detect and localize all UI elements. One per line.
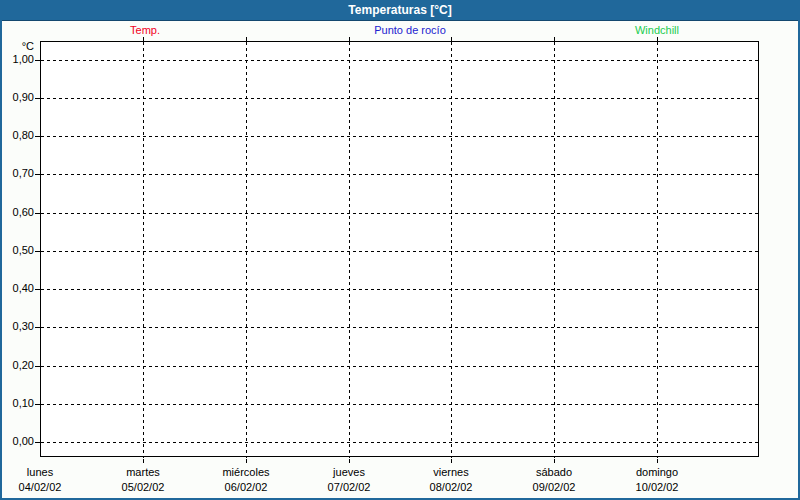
grid-hline <box>41 289 760 290</box>
y-tick-label: 0,30 <box>0 320 34 333</box>
chart-title-bar: Temperaturas [°C] <box>0 0 800 21</box>
grid-vline <box>451 42 452 458</box>
y-tick-label: 0,90 <box>0 91 34 104</box>
x-axis-top-tick <box>246 37 247 41</box>
x-axis-bottom-tick <box>451 459 452 463</box>
y-axis-tick <box>35 213 40 214</box>
x-date-label: 05/02/02 <box>122 481 165 494</box>
y-tick-label: 0,60 <box>0 206 34 219</box>
x-day-name-label: sábado <box>536 466 572 479</box>
y-axis-tick <box>35 289 40 290</box>
x-day-name-label: miércoles <box>222 466 269 479</box>
y-axis-tick <box>35 327 40 328</box>
x-axis-top-tick <box>143 37 144 41</box>
x-day-name-label: lunes <box>27 466 53 479</box>
grid-vline <box>143 42 144 458</box>
y-tick-label: 0,00 <box>0 435 34 448</box>
x-date-label: 10/02/02 <box>636 481 679 494</box>
y-axis-tick <box>35 98 40 99</box>
grid-hline <box>41 442 760 443</box>
grid-hline <box>41 327 760 328</box>
grid-hline <box>41 174 760 175</box>
x-axis-top-tick <box>349 37 350 41</box>
grid-hline <box>41 98 760 99</box>
x-day-name-label: domingo <box>636 466 678 479</box>
x-axis-bottom-tick <box>246 459 247 463</box>
y-axis-unit-label: °C <box>0 40 34 53</box>
y-axis-tick <box>35 60 40 61</box>
grid-vline <box>349 42 350 458</box>
grid-hline <box>41 404 760 405</box>
x-axis-bottom-tick <box>349 459 350 463</box>
grid-vline <box>657 42 658 458</box>
grid-vline <box>554 42 555 458</box>
y-tick-label: 0,80 <box>0 129 34 142</box>
y-tick-label: 0,50 <box>0 244 34 257</box>
grid-vline <box>246 42 247 458</box>
grid-hline <box>41 136 760 137</box>
legend-item-temp: Temp. <box>130 23 160 38</box>
grid-hline <box>41 366 760 367</box>
y-axis-tick <box>35 174 40 175</box>
x-axis-top-tick <box>451 37 452 41</box>
x-axis-bottom-tick <box>554 459 555 463</box>
legend-item-windchill: Windchill <box>635 23 679 38</box>
y-tick-label: 0,40 <box>0 282 34 295</box>
y-tick-label: 1,00 <box>0 53 34 66</box>
legend-item-dew-point: Punto de rocío <box>374 23 446 38</box>
y-axis-tick <box>35 251 40 252</box>
x-axis-bottom-tick <box>143 459 144 463</box>
y-axis-tick <box>35 404 40 405</box>
y-tick-label: 0,10 <box>0 397 34 410</box>
y-axis-tick <box>35 442 40 443</box>
temperature-chart-window: Temperaturas [°C] Temp. Punto de rocío W… <box>0 0 800 500</box>
grid-hline <box>41 251 760 252</box>
x-day-name-label: martes <box>126 466 160 479</box>
x-date-label: 06/02/02 <box>225 481 268 494</box>
x-date-label: 07/02/02 <box>328 481 371 494</box>
x-axis-top-tick <box>657 37 658 41</box>
x-date-label: 09/02/02 <box>533 481 576 494</box>
y-tick-label: 0,70 <box>0 167 34 180</box>
grid-hline <box>41 60 760 61</box>
y-axis-tick <box>35 136 40 137</box>
x-axis-bottom-tick <box>657 459 658 463</box>
y-tick-label: 0,20 <box>0 359 34 372</box>
chart-title: Temperaturas [°C] <box>348 3 451 17</box>
x-date-label: 08/02/02 <box>430 481 473 494</box>
x-date-label: 04/02/02 <box>19 481 62 494</box>
x-axis-top-tick <box>554 37 555 41</box>
plot-area <box>40 41 759 457</box>
grid-hline <box>41 213 760 214</box>
x-day-name-label: viernes <box>433 466 468 479</box>
x-day-name-label: jueves <box>333 466 365 479</box>
y-axis-tick <box>35 366 40 367</box>
